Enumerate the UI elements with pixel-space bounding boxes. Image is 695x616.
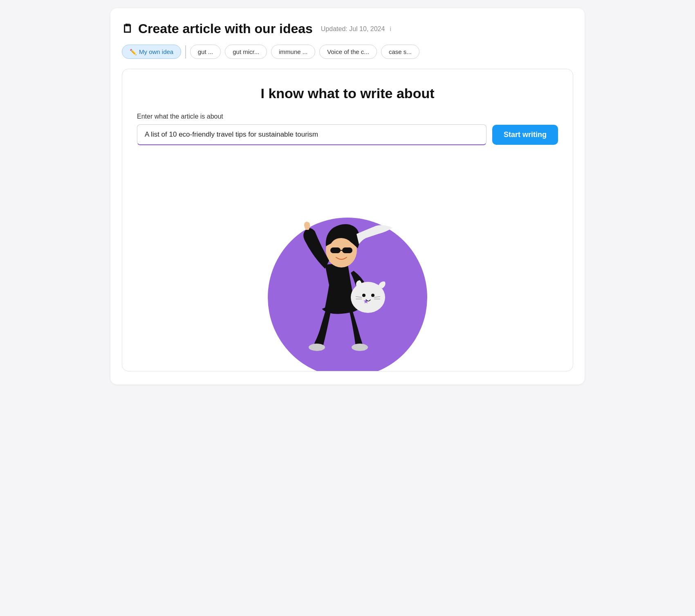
info-icon[interactable]: i [390,25,391,33]
tab-gut1[interactable]: gut ... [190,45,221,59]
svg-point-8 [362,294,365,297]
page-header: 🗒 Create article with our ideas Updated:… [122,21,573,36]
tab-gut2-label: gut micr... [233,48,259,55]
tab-my-own-idea[interactable]: ✏️ My own idea [122,45,181,59]
main-card: I know what to write about Enter what th… [122,69,573,371]
article-topic-input[interactable] [137,124,486,145]
pencil-icon: ✏️ [130,49,137,55]
svg-rect-5 [342,247,352,253]
page-updated: Updated: Jul 10, 2024 [321,25,385,33]
start-writing-button[interactable]: Start writing [492,125,558,145]
tab-gut2[interactable]: gut micr... [225,45,267,59]
tab-my-own-idea-label: My own idea [139,48,173,55]
tab-divider-1 [185,45,186,58]
page-header-icon: 🗒 [122,22,133,36]
tab-case-label: case s... [389,48,412,55]
tabs-row: ✏️ My own idea gut ... gut micr... immun… [122,45,573,59]
input-row: Start writing [137,124,558,145]
svg-rect-4 [330,247,341,253]
card-heading: I know what to write about [137,85,558,101]
page-container: 🗒 Create article with our ideas Updated:… [110,8,585,384]
illustration-container: ★ [137,158,558,371]
input-label: Enter what the article is about [137,113,558,120]
tab-voice[interactable]: Voice of the c... [319,45,377,59]
hero-illustration: ★ [245,158,450,371]
tab-gut1-label: gut ... [198,48,213,55]
tab-voice-label: Voice of the c... [327,48,369,55]
tab-immune[interactable]: immune ... [271,45,315,59]
svg-point-9 [371,294,374,297]
tab-immune-label: immune ... [279,48,307,55]
tab-case[interactable]: case s... [381,45,419,59]
page-title: Create article with our ideas [138,21,313,36]
